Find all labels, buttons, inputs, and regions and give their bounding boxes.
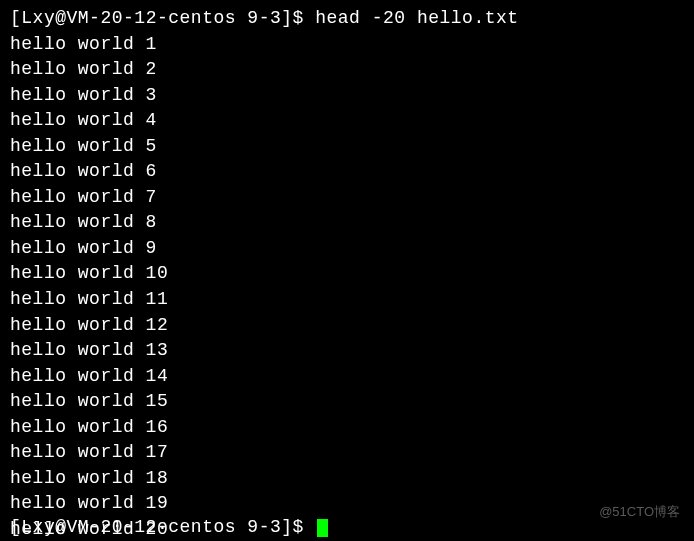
output-line: hello world 5 [10, 134, 684, 160]
command-text: head -20 hello.txt [315, 8, 518, 28]
output-line: hello world 12 [10, 313, 684, 339]
output-line: hello world 11 [10, 287, 684, 313]
next-prompt-line[interactable]: [Lxy@VM-20-12-centos 9-3]$ [10, 515, 328, 541]
output-line: hello world 10 [10, 261, 684, 287]
output-line: hello world 13 [10, 338, 684, 364]
watermark-text: @51CTO博客 [599, 503, 680, 521]
cursor-icon [317, 519, 328, 537]
command-line: [Lxy@VM-20-12-centos 9-3]$ head -20 hell… [10, 6, 684, 32]
next-prompt: [Lxy@VM-20-12-centos 9-3]$ [10, 517, 304, 537]
prompt-directory: 9-3 [247, 8, 281, 28]
output-line: hello world 3 [10, 83, 684, 109]
prompt-symbol: ]$ [281, 8, 304, 28]
output-line: hello world 7 [10, 185, 684, 211]
output-line: hello world 1 [10, 32, 684, 58]
output-line: hello world 2 [10, 57, 684, 83]
output-line: hello world 9 [10, 236, 684, 262]
output-line: hello world 14 [10, 364, 684, 390]
prompt-bracket-open: [ [10, 8, 21, 28]
output-container: hello world 1hello world 2hello world 3h… [10, 32, 684, 541]
output-line: hello world 15 [10, 389, 684, 415]
output-line: hello world 4 [10, 108, 684, 134]
output-line: hello world 18 [10, 466, 684, 492]
output-line: hello world 8 [10, 210, 684, 236]
output-line: hello world 17 [10, 440, 684, 466]
output-line: hello world 6 [10, 159, 684, 185]
output-line: hello world 16 [10, 415, 684, 441]
output-line: hello world 19 [10, 491, 684, 517]
prompt-user-host: Lxy@VM-20-12-centos [21, 8, 236, 28]
